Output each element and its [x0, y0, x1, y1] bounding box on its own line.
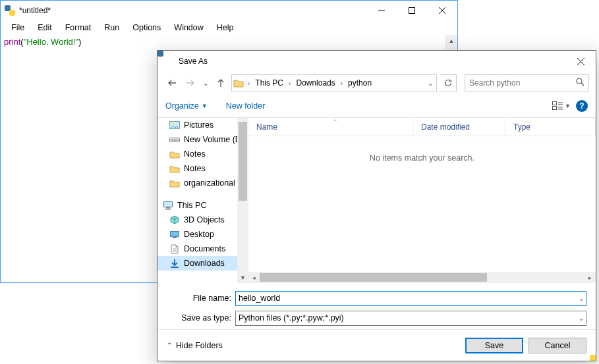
list-hscrollbar[interactable]: ◂ ▸: [248, 272, 596, 283]
filename-text[interactable]: [239, 294, 583, 303]
filename-input[interactable]: ⌄: [235, 291, 586, 306]
tree-item-3d-objects[interactable]: 3D Objects: [157, 213, 248, 227]
tree-item-notes[interactable]: Notes: [157, 161, 248, 176]
scroll-thumb[interactable]: [239, 122, 247, 201]
crumb-python[interactable]: python: [344, 78, 376, 88]
file-fields: File name: ⌄ Save as type: Python files …: [157, 286, 596, 328]
column-name[interactable]: Name: [248, 118, 413, 136]
dialog-titlebar[interactable]: Save As: [157, 51, 596, 72]
chevron-down-icon: ▼: [202, 103, 208, 109]
back-button[interactable]: [164, 75, 180, 91]
tree-item-label: Pictures: [184, 120, 214, 130]
hide-folders-button[interactable]: ⌃ Hide Folders: [167, 341, 223, 350]
tree-item-pictures[interactable]: Pictures📌: [157, 118, 248, 132]
filetype-select[interactable]: Python files (*.py;*.pyw;*.pyi) ⌄: [235, 311, 586, 326]
tree-item-label: Documents: [184, 244, 225, 253]
tree-item-label: Desktop: [184, 230, 214, 239]
menu-format[interactable]: Format: [59, 22, 98, 34]
svg-rect-27: [171, 267, 179, 268]
menu-run[interactable]: Run: [98, 22, 126, 34]
chevron-right-icon[interactable]: ›: [246, 80, 251, 87]
recent-locations-button[interactable]: ⌄: [201, 75, 210, 91]
scroll-down-icon[interactable]: ▼: [237, 272, 248, 283]
hide-folders-label: Hide Folders: [176, 341, 223, 350]
search-icon: [576, 78, 585, 88]
save-as-dialog: Save As ⌄ › This PC › Downloads › python…: [157, 50, 596, 361]
maximize-button[interactable]: [397, 1, 427, 20]
menu-help[interactable]: Help: [210, 22, 241, 34]
help-button[interactable]: ?: [576, 100, 588, 112]
menu-window[interactable]: Window: [167, 22, 210, 34]
tree-item-label: Notes: [184, 164, 206, 173]
chevron-right-icon[interactable]: ›: [339, 80, 344, 87]
crumb-downloads[interactable]: Downloads: [292, 78, 339, 88]
tree-item-label: Downloads: [184, 259, 225, 268]
up-button[interactable]: [213, 75, 229, 91]
dialog-close-button[interactable]: [565, 51, 596, 72]
svg-rect-19: [164, 202, 173, 207]
filetype-label: Save as type:: [167, 313, 235, 323]
dialog-title-text: Save As: [179, 57, 208, 66]
file-list[interactable]: ⌃ Name Date modified Type No items match…: [248, 118, 596, 283]
forward-button[interactable]: [183, 75, 198, 91]
menu-options[interactable]: Options: [126, 22, 167, 34]
save-button[interactable]: Save: [465, 338, 523, 353]
tree-item-label: This PC: [177, 201, 206, 210]
dialog-toolbar: Organize ▼ New folder ▼ ?: [157, 94, 596, 118]
scroll-right-icon[interactable]: ▸: [585, 274, 596, 281]
tree-item-downloads[interactable]: Downloads: [157, 256, 248, 271]
tree-scrollbar[interactable]: ▲ ▼: [237, 118, 248, 283]
svg-point-15: [172, 123, 174, 125]
cancel-button[interactable]: Cancel: [528, 338, 586, 353]
menu-edit[interactable]: Edit: [31, 22, 59, 34]
tree-item-desktop[interactable]: Desktop: [157, 227, 248, 242]
idle-title-text: *untitled*: [19, 6, 51, 15]
new-folder-button[interactable]: New folder: [226, 101, 266, 111]
column-date[interactable]: Date modified: [413, 118, 505, 136]
menu-file[interactable]: File: [5, 22, 31, 34]
view-options-button[interactable]: ▼: [552, 101, 571, 110]
folder-icon: [233, 76, 246, 90]
column-type[interactable]: Type: [505, 118, 596, 136]
tree-item-this-pc[interactable]: This PC: [157, 198, 248, 213]
scroll-up-icon[interactable]: ▲: [446, 35, 457, 46]
svg-line-7: [581, 83, 584, 86]
idle-titlebar[interactable]: *untitled*: [1, 1, 457, 20]
organize-menu[interactable]: Organize ▼: [165, 101, 208, 111]
chevron-right-icon[interactable]: ›: [287, 80, 292, 87]
refresh-button[interactable]: [440, 74, 457, 91]
folder-icon: [169, 149, 180, 159]
nav-bar: ⌄ › This PC › Downloads › python ⌄ Searc…: [157, 72, 596, 94]
breadcrumb[interactable]: › This PC › Downloads › python ⌄: [231, 74, 437, 91]
filename-label: File name:: [167, 294, 235, 303]
crumb-this-pc[interactable]: This PC: [251, 78, 287, 88]
tree-item-new-volume-d[interactable]: New Volume (D:: [157, 132, 248, 147]
code-token-fn: print: [4, 37, 20, 47]
close-button[interactable]: [427, 1, 457, 20]
chevron-down-icon[interactable]: ⌄: [579, 315, 584, 322]
folder-icon: [169, 178, 180, 188]
svg-rect-20: [166, 207, 170, 209]
tree-item-notes[interactable]: Notes: [157, 147, 248, 161]
tree-item-label: 3D Objects: [184, 215, 225, 224]
minimize-button[interactable]: [366, 1, 397, 20]
chevron-down-icon[interactable]: ⌄: [579, 295, 584, 302]
documents-icon: [169, 244, 180, 254]
folder-icon: [169, 163, 180, 174]
python-icon: [5, 5, 15, 16]
filetype-value: Python files (*.py;*.pyw;*.pyi): [239, 313, 344, 323]
tree-item-label: organizational d: [184, 178, 242, 188]
dialog-footer: ⌃ Hide Folders Save Cancel: [157, 329, 596, 361]
code-token-string: "Hello, World!": [24, 37, 78, 47]
scroll-left-icon[interactable]: ◂: [248, 274, 260, 281]
chevron-down-icon[interactable]: ⌄: [424, 80, 436, 87]
search-input[interactable]: Search python: [465, 74, 589, 91]
folder-tree[interactable]: Pictures📌New Volume (D:NotesNotesorganiz…: [157, 118, 248, 283]
column-headers: ⌃ Name Date modified Type: [248, 118, 596, 136]
tree-item-organizational-d[interactable]: organizational d: [157, 176, 248, 190]
3d-icon: [169, 215, 180, 225]
empty-message: No items match your search.: [248, 153, 596, 163]
drive-icon: [169, 134, 180, 145]
tree-item-documents[interactable]: Documents: [157, 242, 248, 256]
scroll-thumb[interactable]: [260, 273, 487, 282]
